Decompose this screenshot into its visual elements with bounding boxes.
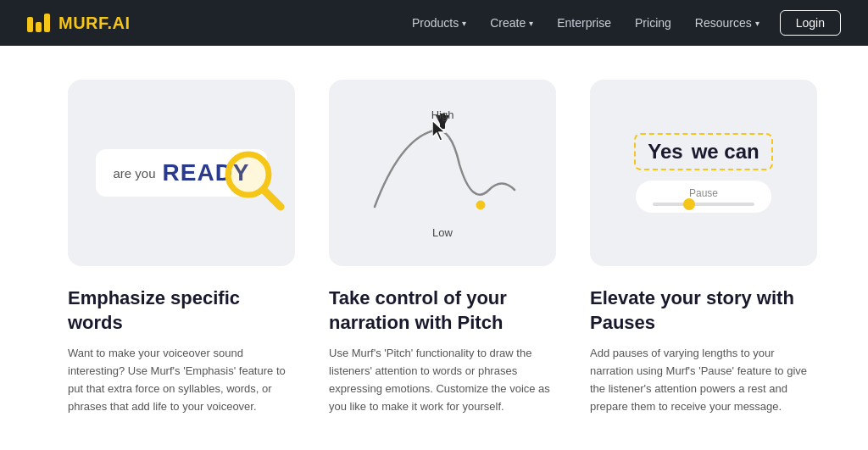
nav-item-enterprise[interactable]: Enterprise <box>547 11 621 35</box>
pause-word-yes: Yes <box>648 140 682 164</box>
feature-card-emphasis: are you READY Emphasize specific words W… <box>68 80 295 415</box>
logo-bar-1 <box>27 17 33 32</box>
login-button[interactable]: Login <box>780 10 841 36</box>
emphasis-illustration: are you READY <box>68 80 295 266</box>
feature-card-pause: Yes we can Pause Elevate your story with… <box>590 80 817 415</box>
nav-item-resources[interactable]: Resources ▾ <box>685 11 770 35</box>
nav-links: Products ▾ Create ▾ Enterprise Pricing R… <box>402 10 841 36</box>
main-content: are you READY Emphasize specific words W… <box>0 46 868 449</box>
pause-label: Pause <box>689 187 718 199</box>
feature-desc-pause: Add pauses of varying lengths to your na… <box>590 345 817 415</box>
pause-slider-container: Pause <box>636 181 771 213</box>
pitch-low-label: Low <box>432 226 453 239</box>
svg-line-1 <box>264 190 281 207</box>
pause-illustration: Yes we can Pause <box>590 80 817 266</box>
feature-desc-emphasis: Want to make your voiceover sound intere… <box>68 345 295 415</box>
chevron-down-icon: ▾ <box>529 19 533 28</box>
magnifier-icon <box>223 149 291 220</box>
features-grid: are you READY Emphasize specific words W… <box>68 80 817 415</box>
pitch-high-label: High <box>431 108 454 121</box>
pause-track <box>653 203 754 206</box>
feature-title-emphasis: Emphasize specific words <box>68 286 295 335</box>
logo-bar-3 <box>44 14 50 32</box>
logo-text: MURF.AI <box>58 14 131 33</box>
svg-marker-5 <box>432 120 445 141</box>
nav-item-products[interactable]: Products ▾ <box>402 11 476 35</box>
nav-item-pricing[interactable]: Pricing <box>625 11 682 35</box>
pause-thumb <box>683 198 695 210</box>
chevron-down-icon: ▾ <box>755 19 760 28</box>
cursor-icon <box>432 120 451 146</box>
navbar: MURF.AI Products ▾ Create ▾ Enterprise P… <box>0 0 868 46</box>
pause-text-row: Yes we can <box>634 133 772 170</box>
nav-item-create[interactable]: Create ▾ <box>480 11 543 35</box>
logo[interactable]: MURF.AI <box>27 14 131 33</box>
emphasis-content: are you READY <box>96 149 266 197</box>
chevron-down-icon: ▾ <box>462 19 466 28</box>
pitch-chart: High Low <box>358 105 527 241</box>
emphasis-small-text: are you <box>113 166 155 181</box>
feature-title-pause: Elevate your story with Pauses <box>590 286 817 335</box>
feature-card-pitch: High Low <box>329 80 556 415</box>
pitch-illustration: High Low <box>329 80 556 266</box>
feature-title-pitch: Take control of your narration with Pitc… <box>329 286 556 335</box>
svg-point-4 <box>476 201 485 209</box>
pause-word-wecan: we can <box>692 140 760 164</box>
logo-icon <box>27 14 50 32</box>
feature-desc-pitch: Use Murf's 'Pitch' functionality to draw… <box>329 345 556 415</box>
logo-bar-2 <box>36 22 42 32</box>
